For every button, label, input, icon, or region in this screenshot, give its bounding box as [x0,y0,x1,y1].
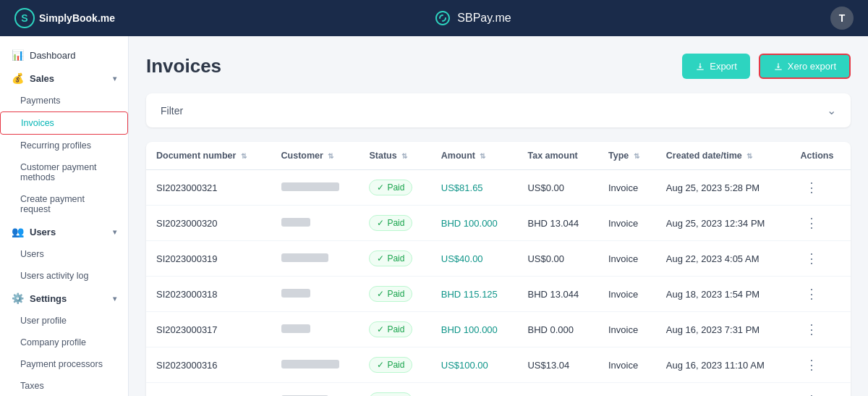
sidebar-label-payment-processors: Payment processors [20,359,103,369]
cell-actions: ⋮ [791,347,851,383]
cell-actions: ⋮ [791,241,851,277]
logo[interactable]: S SimplyBook.me [14,8,115,28]
cell-type: Invoice [598,312,656,347]
cell-customer [271,347,359,383]
row-actions-button[interactable]: ⋮ [801,214,822,232]
users-chevron-icon: ▾ [113,228,116,236]
status-badge: ✓ Paid [369,357,412,373]
cell-tax-amount: US$0.00 [517,170,598,206]
user-avatar[interactable]: T [830,7,854,30]
cell-actions: ⋮ [791,206,851,241]
sidebar-item-payments[interactable]: Payments [0,90,128,111]
sidebar-item-users-activity[interactable]: Users activity log [0,265,128,287]
cell-created: Aug 25, 2023 5:28 PM [656,170,791,206]
sort-icon-customer[interactable]: ⇅ [328,152,333,160]
sidebar-label-users: Users [30,227,56,237]
cell-tax-amount: US$0.00 [517,241,598,277]
sidebar-item-company-profile[interactable]: Company profile [0,332,128,353]
table-row: SI2023000321✓ PaidUS$81.65US$0.00Invoice… [146,170,851,206]
main-content: Invoices Export Xero export [129,36,868,396]
row-actions-button[interactable]: ⋮ [801,285,822,303]
sort-icon-amount[interactable]: ⇅ [480,152,485,160]
check-icon: ✓ [377,324,384,334]
cell-tax-amount: BHD 0.000 [517,312,598,347]
sidebar-item-taxes[interactable]: Taxes [0,375,128,396]
status-badge: ✓ Paid [369,321,412,337]
cell-actions: ⋮ [791,383,851,397]
sidebar-item-customer-payment[interactable]: Customer payment methods [0,156,128,188]
filter-chevron-icon[interactable]: ⌄ [827,104,836,117]
sort-icon-doc-num[interactable]: ⇅ [241,152,247,160]
row-actions-button[interactable]: ⋮ [801,249,822,268]
sales-icon: 💰 [12,72,24,84]
col-customer: Customer ⇅ [271,142,359,170]
cell-customer [271,383,359,397]
cell-type: Invoice [598,277,656,312]
cell-amount: BHD 115.125 [431,277,518,312]
sidebar-label-company-profile: Company profile [20,337,86,347]
col-amount: Amount ⇅ [431,142,518,170]
table-row: SI2023000315✓ PaidUS$20.00US$2.61Invoice… [146,383,851,397]
sidebar-item-users[interactable]: 👥 Users ▾ [0,220,128,243]
cell-amount: US$81.65 [431,170,518,206]
cell-type: Invoice [598,170,656,206]
cell-doc-num: SI2023000318 [146,277,271,312]
row-actions-button[interactable]: ⋮ [801,355,822,374]
xero-export-button[interactable]: Xero export [759,54,851,79]
sidebar-item-settings[interactable]: ⚙️ Settings ▾ [0,287,128,310]
cell-status: ✓ Paid [359,241,430,277]
status-badge: ✓ Paid [369,392,412,396]
settings-chevron-icon: ▾ [113,295,116,303]
sidebar-label-invoices: Invoices [21,118,54,128]
check-icon: ✓ [377,253,384,264]
cell-created: Aug 25, 2023 12:34 PM [656,206,791,241]
cell-type: Invoice [598,241,656,277]
xero-export-icon [773,62,783,72]
sidebar-item-dashboard[interactable]: 📊 Dashboard [0,43,128,67]
cell-created: Aug 18, 2023 1:54 PM [656,277,791,312]
col-tax-amount: Tax amount [517,142,598,170]
cell-amount: BHD 100.000 [431,312,518,347]
filter-bar[interactable]: Filter ⌄ [146,93,851,127]
brand-name: SBPay.me [457,12,511,25]
col-doc-num: Document number ⇅ [146,142,271,170]
table-row: SI2023000317✓ PaidBHD 100.000BHD 0.000In… [146,312,851,347]
sidebar-item-recurring[interactable]: Recurring profiles [0,135,128,156]
sort-icon-status[interactable]: ⇅ [401,152,407,160]
cell-created: Aug 16, 2023 7:31 PM [656,312,791,347]
status-badge: ✓ Paid [369,180,412,195]
row-actions-button[interactable]: ⋮ [801,391,822,396]
cell-type: Invoice [598,347,656,383]
cell-status: ✓ Paid [359,277,430,312]
cell-customer [271,277,359,312]
status-badge: ✓ Paid [369,286,412,302]
sort-icon-type[interactable]: ⇅ [634,152,639,160]
cell-tax-amount: BHD 13.044 [517,206,598,241]
row-actions-button[interactable]: ⋮ [801,178,822,197]
sidebar-label-payments: Payments [20,96,61,106]
table-row: SI2023000320✓ PaidBHD 100.000BHD 13.044I… [146,206,851,241]
sidebar-item-sales[interactable]: 💰 Sales ▾ [0,67,128,90]
invoices-table: Document number ⇅ Customer ⇅ Status ⇅ Am… [146,142,851,396]
sidebar-item-payment-processors[interactable]: Payment processors [0,353,128,375]
sidebar-item-invoices[interactable]: Invoices [0,111,128,135]
table-row: SI2023000318✓ PaidBHD 115.125BHD 13.044I… [146,277,851,312]
sidebar-item-user-profile[interactable]: User profile [0,310,128,332]
row-actions-button[interactable]: ⋮ [801,320,822,339]
sort-icon-created[interactable]: ⇅ [746,152,752,160]
cell-actions: ⋮ [791,277,851,312]
cell-status: ✓ Paid [359,206,430,241]
users-icon: 👥 [12,226,24,237]
cell-amount: US$40.00 [431,241,518,277]
col-created: Created date/time ⇅ [656,142,791,170]
sidebar-label-users-list: Users [20,249,44,259]
sidebar-item-create-payment[interactable]: Create payment request [0,188,128,220]
simplybook-logo-icon: S [14,8,35,28]
cell-doc-num: SI2023000319 [146,241,271,277]
sidebar-item-users-list[interactable]: Users [0,243,128,265]
cell-tax-amount: BHD 13.044 [517,277,598,312]
cell-status: ✓ Paid [359,170,430,206]
cell-actions: ⋮ [791,170,851,206]
settings-icon: ⚙️ [12,292,24,304]
export-button[interactable]: Export [682,54,750,79]
